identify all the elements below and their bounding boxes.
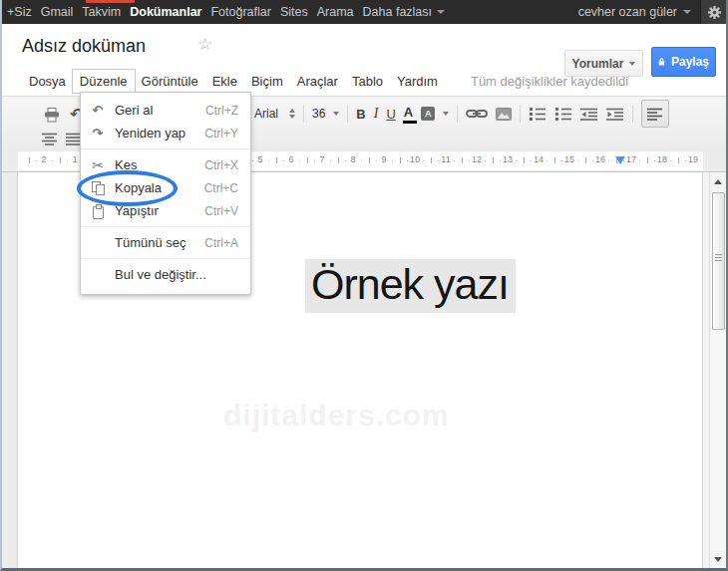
ruler-number: 16	[595, 154, 605, 164]
ruler-number: 7	[319, 154, 324, 164]
ruler-tick	[647, 157, 648, 163]
align-left-icon	[647, 108, 663, 121]
menu-tablo[interactable]: Tablo	[345, 70, 390, 93]
document-title[interactable]: Adsız doküman	[22, 36, 146, 57]
ruler-tick	[338, 157, 339, 163]
highlight-color-button[interactable]: A	[421, 107, 435, 121]
ruler-dot	[623, 160, 624, 161]
menu-item-kopyala[interactable]: KopyalaCtrl+C	[81, 176, 250, 199]
menu-item-geri-al[interactable]: Geri alCtrl+Z	[81, 99, 250, 122]
menu-item-t-m-n-se[interactable]: Tümünü seçCtrl+A	[81, 231, 250, 254]
topbar-item-sites[interactable]: Sites	[280, 5, 308, 19]
ruler-number: 11	[441, 154, 450, 164]
scissors-icon	[89, 157, 107, 173]
arrow-down-icon	[714, 557, 722, 562]
font-family-select[interactable]: Arial	[251, 107, 281, 121]
ruler-dot	[438, 160, 439, 161]
menu-item-bul-ve-de-i-tir[interactable]: Bul ve değiştir...	[81, 263, 250, 286]
menubar: DosyaDüzenleGörüntüleEkleBiçimAraçlarTab…	[22, 68, 628, 94]
insert-link-button[interactable]	[466, 108, 488, 120]
menu-item-label: Kopyala	[115, 180, 204, 195]
menu-item-label: Bul ve değiştir...	[115, 267, 238, 282]
vertical-scrollbar[interactable]	[709, 171, 726, 569]
menu-item-yap-t-r[interactable]: YapıştırCtrl+V	[81, 199, 250, 222]
menu-item-yeniden-yap[interactable]: Yeniden yapCtrl+Y	[81, 122, 250, 144]
align-left-button[interactable]	[641, 100, 669, 128]
menu-ekle[interactable]: Ekle	[205, 70, 244, 93]
outdent-button[interactable]	[580, 108, 598, 121]
left-gutter	[0, 171, 18, 569]
save-status: Tüm değişiklikler kaydedildi	[471, 74, 628, 89]
edit-menu-dropdown: Geri alCtrl+ZYeniden yapCtrl+YKesCtrl+XK…	[80, 92, 251, 295]
ruler-dot	[252, 160, 253, 161]
topbar-item-foto-raflar[interactable]: Fotoğraflar	[210, 5, 270, 19]
underline-button[interactable]: U	[386, 107, 395, 122]
numbered-list-button[interactable]	[529, 108, 546, 121]
topbar-right: cevher ozan güler	[578, 0, 728, 24]
scroll-down-button[interactable]	[710, 551, 726, 567]
share-button[interactable]: Paylaş	[651, 47, 716, 77]
ruler-tick	[554, 157, 555, 163]
menu-ara-lar[interactable]: Araçlar	[290, 70, 345, 93]
topbar-item-+siz[interactable]: +Siz	[7, 5, 32, 19]
ruler-dot	[685, 160, 686, 161]
ruler-dot	[283, 160, 284, 161]
bold-button[interactable]: B	[356, 107, 365, 122]
numbered-list-icon	[529, 108, 546, 121]
menu-separator	[81, 226, 250, 227]
menu-item-label: Yapıştır	[115, 203, 204, 218]
ruler-number: 18	[657, 154, 667, 164]
highlight-caret-icon[interactable]	[443, 112, 449, 116]
align-center-button[interactable]	[42, 133, 58, 145]
font-size-caret-icon[interactable]	[333, 112, 339, 116]
indent-button[interactable]	[606, 108, 624, 121]
menu-g-r-nt-le[interactable]: Görüntüle	[135, 70, 205, 93]
ruler-dot	[376, 160, 377, 161]
toolbar-separator	[457, 105, 458, 123]
ruler-number: 12	[472, 154, 482, 164]
ruler-tick	[616, 157, 617, 163]
ruler-dot	[670, 160, 671, 161]
menu-separator	[81, 148, 250, 149]
topbar-item-daha-fazlas[interactable]: Daha fazlası	[363, 5, 445, 19]
font-size-select[interactable]: 36	[312, 107, 325, 121]
menu-item-shortcut: Ctrl+C	[204, 181, 238, 195]
print-button[interactable]	[44, 108, 60, 123]
account-name: cevher ozan güler	[578, 5, 677, 19]
font-family-spinner-icon[interactable]	[289, 109, 295, 119]
ruler-number: 17	[626, 154, 636, 164]
text-color-button[interactable]: A	[404, 105, 413, 124]
topbar-item-gmail[interactable]: Gmail	[41, 5, 74, 19]
menu-dosya[interactable]: Dosya	[22, 70, 73, 93]
scrollbar-thumb[interactable]	[712, 192, 725, 330]
align-center-icon	[42, 133, 58, 145]
insert-image-button[interactable]	[496, 108, 512, 121]
menu-yard-m[interactable]: Yardım	[390, 70, 445, 93]
menu-bi-im[interactable]: Biçim	[244, 70, 290, 93]
document-text-selected[interactable]: Örnek yazı	[305, 259, 516, 313]
bulleted-list-button[interactable]	[554, 108, 572, 121]
topbar-item-arama[interactable]: Arama	[317, 5, 354, 19]
scroll-up-button[interactable]	[710, 173, 726, 189]
ruler-tick	[276, 157, 277, 163]
italic-button[interactable]: I	[374, 106, 379, 122]
scrollbar-grip-icon	[715, 257, 722, 258]
ruler-dot	[52, 160, 53, 161]
account-menu[interactable]: cevher ozan güler	[578, 5, 691, 19]
redo-icon	[89, 126, 107, 142]
topbar-item-dok-manlar[interactable]: Dokümanlar	[130, 5, 201, 19]
menu-item-shortcut: Ctrl+V	[204, 204, 238, 218]
star-icon[interactable]: ☆	[197, 34, 212, 55]
paste-icon	[89, 203, 107, 219]
ruler-tick	[60, 157, 61, 163]
menu-item-kes[interactable]: KesCtrl+X	[81, 153, 250, 176]
ruler-number: 1	[72, 154, 77, 164]
indent-icon	[606, 108, 624, 121]
ruler-dot	[454, 160, 455, 161]
settings-button[interactable]	[700, 0, 728, 24]
menubar-items: DosyaDüzenleGörüntüleEkleBiçimAraçlarTab…	[22, 70, 445, 93]
topbar-item-takvim[interactable]: Takvim	[82, 5, 121, 19]
menu-d-zenle[interactable]: Düzenle	[73, 70, 135, 93]
ruler-dot	[531, 160, 532, 161]
menu-item-label: Kes	[115, 157, 204, 172]
